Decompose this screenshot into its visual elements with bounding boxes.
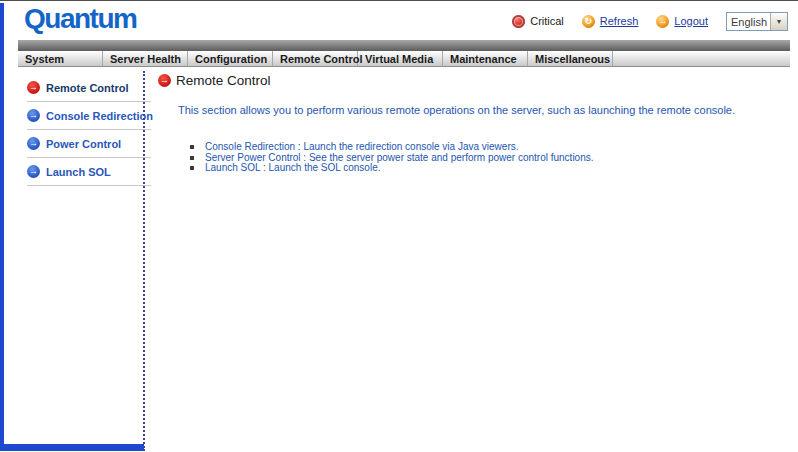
nav-tab-virtual-media[interactable]: Virtual Media [358,51,443,66]
chevron-down-icon[interactable]: ▼ [770,13,787,30]
arrow-circle-icon: → [158,74,171,87]
sidebar-item-label: Remote Control [46,82,129,94]
section-description: This section allows you to perform vario… [178,104,768,116]
refresh-icon[interactable]: ↻ [582,15,595,28]
arrow-circle-icon: → [27,165,40,178]
feature-list: Console Redirection : Launch the redirec… [190,142,768,174]
language-selected-value: English [727,13,770,30]
arrow-circle-icon: → [27,109,40,122]
list-item: Launch SOL : Launch the SOL console. [190,163,768,174]
logout-link[interactable]: Logout [674,15,708,27]
sidebar-item-remote-control[interactable]: → Remote Control [18,74,144,101]
nav-tab-miscellaneous[interactable]: Miscellaneous [528,51,613,66]
sidebar-content-divider [143,71,145,451]
main-menu-bar: System Server Health Configuration Remot… [18,51,790,67]
sidebar-item-launch-sol[interactable]: → Launch SOL [18,158,144,185]
bottom-accent-bar [0,444,144,451]
page-title: Remote Control [176,73,271,88]
sidebar: → Remote Control → Console Redirection →… [18,67,144,186]
arrow-circle-icon: → [27,137,40,150]
critical-status-label: Critical [530,15,564,27]
refresh-link[interactable]: Refresh [600,15,639,27]
sidebar-item-power-control[interactable]: → Power Control [18,130,144,157]
nav-tab-server-health[interactable]: Server Health [103,51,188,66]
nav-tab-system[interactable]: System [18,51,103,66]
sidebar-item-label: Launch SOL [46,166,111,178]
sidebar-divider [27,185,151,186]
logout-icon[interactable]: → [656,15,669,28]
sidebar-item-label: Console Redirection [46,110,153,122]
page-title-row: → Remote Control [158,73,768,88]
main-content: → Remote Control This section allows you… [158,73,768,174]
left-accent-bar [0,3,4,451]
language-select[interactable]: English ▼ [726,12,788,31]
arrow-circle-icon: → [27,81,40,94]
nav-tab-remote-control[interactable]: Remote Control [273,51,358,66]
nav-tab-maintenance[interactable]: Maintenance [443,51,528,66]
header-toolbar: Critical ↻ Refresh → Logout English ▼ [512,11,788,31]
critical-status-icon [512,15,525,28]
nav-tab-configuration[interactable]: Configuration [188,51,273,66]
list-item: Console Redirection : Launch the redirec… [190,142,768,153]
sidebar-item-console-redirection[interactable]: → Console Redirection [18,102,144,129]
nav-top-strip [18,40,790,51]
nav-filler [613,51,790,66]
quantum-logo: Quantum [24,3,136,35]
sidebar-item-label: Power Control [46,138,121,150]
